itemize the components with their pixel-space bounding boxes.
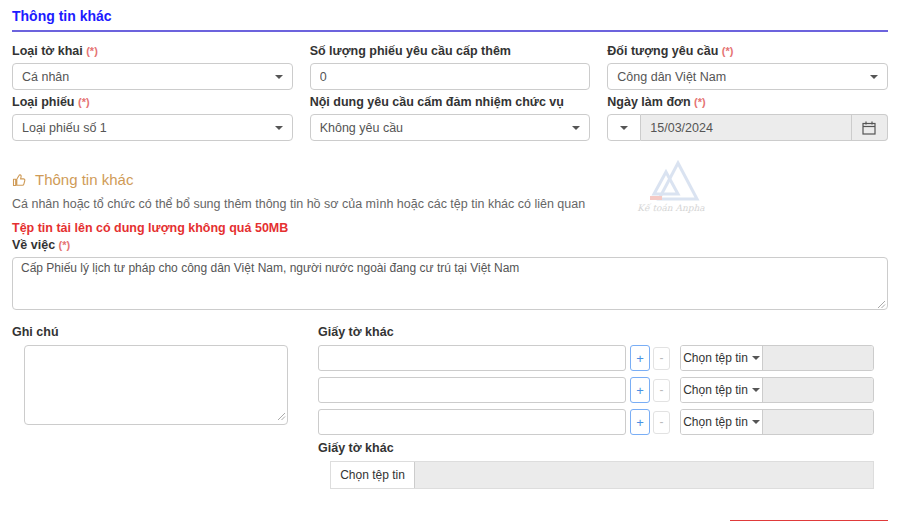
- selected-value: Công dân Việt Nam: [617, 70, 726, 84]
- field-label: Đối tượng yêu cầu (*): [607, 44, 888, 58]
- so-luong-input[interactable]: [310, 63, 591, 90]
- field-label: Ngày làm đơn (*): [607, 95, 888, 109]
- document-row: + - Chọn tệp tin: [318, 377, 874, 403]
- required-mark: (*): [694, 96, 706, 108]
- field-noi-dung-cam: Nội dung yêu cầu cấm đảm nhiệm chức vụ K…: [310, 90, 591, 141]
- ghi-chu-wrap: [12, 345, 300, 428]
- single-file-chooser: Chọn tệp tin: [330, 461, 874, 489]
- chevron-down-icon: [752, 356, 760, 360]
- chevron-down-icon: [572, 126, 580, 130]
- field-ngay-lam-don: Ngày làm đơn (*) 15/03/2024: [607, 90, 888, 141]
- file-name-display: [415, 462, 873, 488]
- field-label: Loại tờ khai (*): [12, 44, 293, 58]
- document-row: + - Chọn tệp tin: [318, 409, 874, 435]
- file-size-warning: Tệp tin tải lên có dung lượng không quá …: [12, 221, 888, 235]
- ve-viec-wrap: Cấp Phiếu lý lịch tư pháp cho công dân V…: [12, 257, 888, 313]
- document-name-input[interactable]: [318, 345, 626, 371]
- choose-file-button[interactable]: Chọn tệp tin: [681, 346, 763, 370]
- notes-column: Ghi chú: [12, 321, 300, 489]
- thumbs-up-icon: [12, 172, 28, 188]
- section2-title-text: Thông tin khác: [35, 171, 133, 188]
- chevron-down-icon: [752, 388, 760, 392]
- field-label: Số lượng phiếu yêu cầu cấp thêm: [310, 44, 591, 58]
- file-chooser-group: Chọn tệp tin: [680, 377, 874, 403]
- giay-to-khac-label-2: Giấy tờ khác: [318, 441, 874, 455]
- required-mark: (*): [722, 45, 734, 57]
- field-label: Nội dung yêu cầu cấm đảm nhiệm chức vụ: [310, 95, 591, 109]
- choose-file-button[interactable]: Chọn tệp tin: [681, 378, 763, 402]
- selected-value: Cá nhân: [22, 70, 69, 84]
- file-name-display: [763, 346, 873, 370]
- form-page: Thông tin khác Loại tờ khai (*) Cá nhân …: [0, 0, 900, 521]
- field-loai-to-khai: Loại tờ khai (*) Cá nhân: [12, 39, 293, 90]
- remove-row-button[interactable]: -: [653, 379, 670, 402]
- choose-file-button-single[interactable]: Chọn tệp tin: [331, 462, 415, 488]
- section2-description: Cá nhân hoặc tổ chức có thể bổ sung thêm…: [12, 197, 888, 211]
- chevron-down-icon: [275, 75, 283, 79]
- ghi-chu-textarea[interactable]: [24, 345, 288, 425]
- required-mark: (*): [59, 239, 71, 251]
- file-name-display: [763, 410, 873, 434]
- choose-file-button[interactable]: Chọn tệp tin: [681, 410, 763, 434]
- file-chooser-group: Chọn tệp tin: [680, 409, 874, 435]
- chevron-down-icon: [870, 75, 878, 79]
- calendar-icon: [862, 121, 876, 135]
- chevron-down-icon: [275, 126, 283, 130]
- selected-value: Loại phiếu số 1: [22, 121, 107, 135]
- field-label: Loại phiếu (*): [12, 95, 293, 109]
- document-row: + - Chọn tệp tin: [318, 345, 874, 371]
- field-so-luong: Số lượng phiếu yêu cầu cấp thêm: [310, 39, 591, 90]
- date-picker-group: 15/03/2024: [607, 114, 888, 141]
- form-grid-row-2: Loại phiếu (*) Loại phiếu số 1 Nội dung …: [12, 90, 888, 141]
- chevron-down-icon: [620, 126, 628, 130]
- ve-viec-textarea[interactable]: Cấp Phiếu lý lịch tư pháp cho công dân V…: [12, 257, 888, 310]
- document-name-input[interactable]: [318, 377, 626, 403]
- section2-title: Thông tin khác: [12, 171, 888, 188]
- add-row-button[interactable]: +: [630, 345, 650, 371]
- file-name-display: [763, 378, 873, 402]
- field-doi-tuong: Đối tượng yêu cầu (*) Công dân Việt Nam: [607, 39, 888, 90]
- noi-dung-cam-select[interactable]: Không yêu cầu: [310, 114, 591, 141]
- remove-row-button[interactable]: -: [653, 411, 670, 434]
- loai-to-khai-select[interactable]: Cá nhân: [12, 63, 293, 90]
- date-input: 15/03/2024: [641, 114, 852, 141]
- loai-phieu-select[interactable]: Loại phiếu số 1: [12, 114, 293, 141]
- doi-tuong-select[interactable]: Công dân Việt Nam: [607, 63, 888, 90]
- date-dropdown-button[interactable]: [607, 114, 641, 141]
- chevron-down-icon: [752, 420, 760, 424]
- documents-column: Giấy tờ khác + - Chọn tệp tin + -: [318, 321, 874, 489]
- required-mark: (*): [86, 45, 98, 57]
- section-thong-tin-khac-2: Thông tin khác Cá nhân hoặc tổ chức có t…: [12, 171, 888, 313]
- selected-value: Không yêu cầu: [320, 121, 403, 135]
- calendar-button[interactable]: [852, 114, 888, 141]
- section-notes-documents: Ghi chú Giấy tờ khác + - Chọn tệp tin: [12, 321, 888, 489]
- document-name-input[interactable]: [318, 409, 626, 435]
- add-row-button[interactable]: +: [630, 377, 650, 403]
- file-chooser-group: Chọn tệp tin: [680, 345, 874, 371]
- required-mark: (*): [78, 96, 90, 108]
- add-row-button[interactable]: +: [630, 409, 650, 435]
- field-loai-phieu: Loại phiếu (*) Loại phiếu số 1: [12, 90, 293, 141]
- ve-viec-label: Về việc (*): [12, 238, 888, 252]
- giay-to-khac-label: Giấy tờ khác: [318, 325, 874, 339]
- ghi-chu-label: Ghi chú: [12, 325, 300, 339]
- section-title-thong-tin-khac: Thông tin khác: [12, 8, 888, 32]
- form-grid-row-1: Loại tờ khai (*) Cá nhân Số lượng phiếu …: [12, 39, 888, 90]
- remove-row-button[interactable]: -: [653, 347, 670, 370]
